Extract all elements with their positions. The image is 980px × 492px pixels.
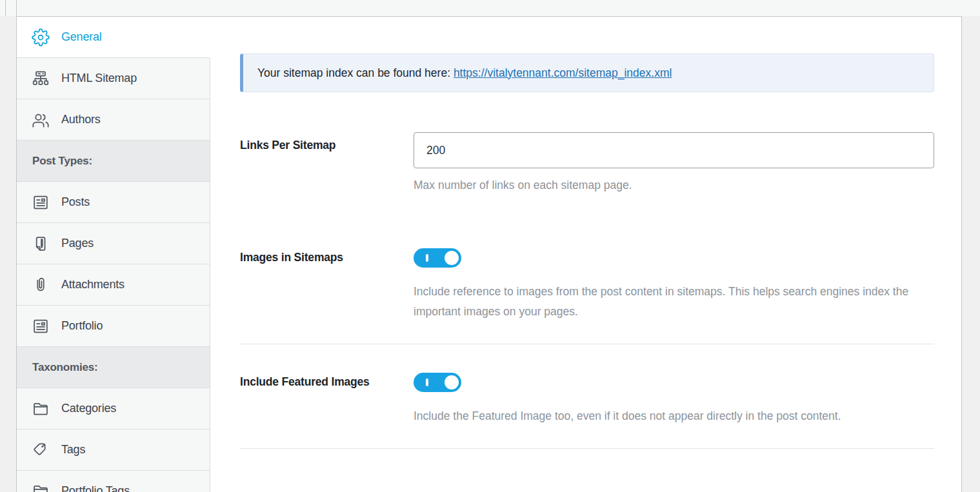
people-icon: [32, 111, 50, 129]
left-edge-divider: [5, 0, 6, 16]
sidebar-tab-label: Portfolio Tags: [61, 484, 130, 492]
toggle-knob: [445, 375, 459, 389]
images-in-sitemaps-field: Include reference to images from the pos…: [414, 248, 934, 322]
settings-card: General HTML Sitemap Authors Post Types:…: [16, 16, 962, 492]
gear-icon: [32, 28, 50, 46]
sidebar-tab-label: Authors: [61, 113, 101, 126]
links-per-sitemap-row: Links Per Sitemap Max number of links on…: [240, 132, 934, 195]
sidebar-tab-label: Portfolio: [61, 319, 103, 333]
sidebar-tab-portfolio[interactable]: Portfolio: [17, 306, 210, 347]
sidebar-tab-posts[interactable]: Posts: [17, 182, 210, 223]
sidebar-tab-general[interactable]: General: [17, 17, 210, 58]
sidebar-tab-label: General: [61, 30, 102, 44]
sitemap-index-link[interactable]: https://vitalytennant.com/sitemap_index.…: [454, 66, 672, 80]
sidebar-tab-label: Tags: [61, 443, 85, 457]
sidebar-section-label: Taxonomies:: [32, 361, 97, 374]
sidebar-section-label: Post Types:: [32, 155, 92, 168]
links-per-sitemap-input[interactable]: [414, 132, 934, 168]
sidebar-tab-authors[interactable]: Authors: [17, 99, 210, 141]
images-in-sitemaps-row: Images in Sitemaps Include reference to …: [240, 248, 934, 322]
sidebar-tab-label: HTML Sitemap: [61, 72, 137, 85]
images-in-sitemaps-toggle[interactable]: [414, 248, 461, 268]
newspaper-icon: [32, 193, 50, 212]
sidebar-tab-label: Categories: [61, 402, 116, 415]
sidebar-section-post-types: Post Types:: [17, 141, 210, 182]
sidebar-tab-portfolio-tags[interactable]: Portfolio Tags: [17, 471, 210, 492]
settings-sidebar: General HTML Sitemap Authors Post Types:…: [17, 17, 210, 492]
folder-icon: [32, 400, 50, 418]
sidebar-tab-label: Posts: [61, 195, 90, 209]
images-in-sitemaps-label: Images in Sitemaps: [240, 248, 414, 322]
include-featured-images-help: Include the Featured Image too, even if …: [414, 406, 934, 426]
include-featured-images-label: Include Featured Images: [240, 373, 414, 426]
tag-icon: [32, 441, 50, 459]
images-in-sitemaps-help: Include reference to images from the pos…: [414, 282, 934, 322]
sitemap-index-notice: Your sitemap index can be found here: ht…: [240, 54, 934, 92]
include-featured-images-toggle[interactable]: [414, 373, 461, 392]
toggle-knob: [445, 251, 459, 265]
page-pen-icon: [32, 235, 50, 253]
links-per-sitemap-label: Links Per Sitemap: [240, 132, 414, 195]
sitemap-hierarchy-icon: [32, 70, 50, 88]
paperclip-icon: [32, 276, 50, 294]
sidebar-tab-pages[interactable]: Pages: [17, 223, 210, 264]
sidebar-section-taxonomies: Taxonomies:: [17, 347, 210, 388]
include-featured-images-field: Include the Featured Image too, even if …: [414, 373, 934, 426]
toggle-on-bar: [426, 254, 428, 262]
section-divider: [240, 344, 934, 344]
sidebar-tab-categories[interactable]: Categories: [17, 388, 210, 429]
folder-icon: [32, 482, 50, 492]
sidebar-tab-label: Pages: [61, 237, 94, 250]
toggle-on-bar: [426, 379, 428, 386]
links-per-sitemap-field: Max number of links on each sitemap page…: [414, 132, 934, 195]
notice-text: Your sitemap index can be found here:: [257, 66, 454, 80]
section-divider: [240, 448, 934, 449]
links-per-sitemap-help: Max number of links on each sitemap page…: [414, 175, 934, 195]
sidebar-tab-tags[interactable]: Tags: [17, 429, 210, 471]
sidebar-tab-html-sitemap[interactable]: HTML Sitemap: [17, 58, 210, 99]
card-edge-divider: [16, 0, 17, 16]
sidebar-tab-label: Attachments: [61, 278, 125, 291]
page-top-strip: [0, 0, 980, 16]
newspaper-icon: [32, 317, 50, 335]
sidebar-tab-attachments[interactable]: Attachments: [17, 264, 210, 306]
include-featured-images-row: Include Featured Images Include the Feat…: [240, 373, 934, 426]
settings-content: Your sitemap index can be found here: ht…: [210, 17, 961, 492]
